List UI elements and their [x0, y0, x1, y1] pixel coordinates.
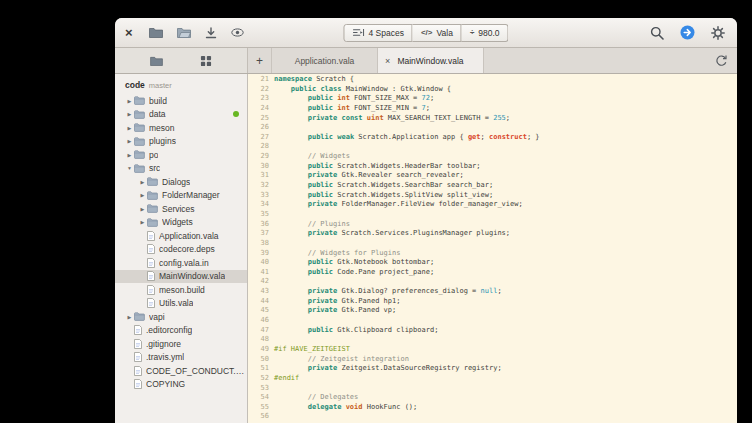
- code-line[interactable]: 36 // Plugins: [248, 220, 737, 230]
- code-line[interactable]: 55 delegate void HookFunc ();: [248, 403, 737, 413]
- code-line[interactable]: 53: [248, 384, 737, 394]
- expand-arrow-icon[interactable]: ▶: [125, 314, 134, 320]
- code-line[interactable]: 52#endif: [248, 374, 737, 384]
- code-editor[interactable]: 21namespace Scratch {22 public class Mai…: [248, 74, 737, 423]
- history-button[interactable]: [706, 48, 737, 73]
- tree-item-src[interactable]: ▼src: [115, 162, 247, 176]
- code-line[interactable]: 46: [248, 316, 737, 326]
- tree-item-Application.vala[interactable]: Application.vala: [115, 229, 247, 243]
- jump-to-button[interactable]: [678, 23, 697, 42]
- code-line[interactable]: 31 private Gtk.Revealer search_revealer;: [248, 171, 737, 181]
- new-tab-button[interactable]: +: [248, 48, 272, 73]
- expand-arrow-icon[interactable]: ▶: [138, 192, 147, 198]
- tab-width-label: 4 Spaces: [368, 28, 403, 38]
- tree-item-data[interactable]: ▶data: [115, 108, 247, 122]
- code-line[interactable]: 35: [248, 210, 737, 220]
- code-text: private Gtk.Paned vp;: [274, 306, 396, 316]
- code-line[interactable]: 37 private Scratch.Services.PluginsManag…: [248, 229, 737, 239]
- code-line[interactable]: 27 public weak Scratch.Application app {…: [248, 133, 737, 143]
- tree-item-CODE_OF_CONDUCT.md[interactable]: CODE_OF_CONDUCT.md: [115, 364, 247, 378]
- code-line[interactable]: 28: [248, 142, 737, 152]
- code-line[interactable]: 54 // Delegates: [248, 393, 737, 403]
- expand-arrow-icon[interactable]: ▶: [138, 179, 147, 185]
- goto-line-button[interactable]: ÷980.0: [462, 24, 509, 42]
- code-line[interactable]: 47 public Gtk.Clipboard clipboard;: [248, 326, 737, 336]
- code-line[interactable]: 33 public Scratch.Widgets.SplitView spli…: [248, 191, 737, 201]
- code-line[interactable]: 21namespace Scratch {: [248, 75, 737, 85]
- code-line[interactable]: 48: [248, 335, 737, 345]
- code-line[interactable]: 50 // Zeitgeist integration: [248, 355, 737, 365]
- tab-width-button[interactable]: 4 Spaces: [343, 24, 412, 42]
- expand-arrow-icon[interactable]: ▶: [138, 219, 147, 225]
- tree-item-.travis.yml[interactable]: .travis.yml: [115, 351, 247, 365]
- line-number: 35: [248, 210, 274, 220]
- search-button[interactable]: [648, 24, 666, 42]
- code-line[interactable]: 49#if HAVE_ZEITGEIST: [248, 345, 737, 355]
- tree-item-meson[interactable]: ▶meson: [115, 121, 247, 135]
- project-header[interactable]: code master: [115, 78, 247, 94]
- code-line[interactable]: 43 private Gtk.Dialog? preferences_dialo…: [248, 287, 737, 297]
- code-line[interactable]: 42: [248, 277, 737, 287]
- expand-arrow-icon[interactable]: ▶: [125, 98, 134, 104]
- code-line[interactable]: 24 public int FONT_SIZE_MIN = 7;: [248, 104, 737, 114]
- tree-item-.editorconfig[interactable]: .editorconfig: [115, 324, 247, 338]
- project-name: code: [125, 80, 145, 90]
- grid-view-button[interactable]: [198, 53, 214, 69]
- tree-item-label: CODE_OF_CONDUCT.md: [146, 366, 247, 376]
- tab-Application.vala[interactable]: Application.vala: [272, 48, 378, 73]
- code-line[interactable]: 44 private Gtk.Paned hp1;: [248, 297, 737, 307]
- tree-item-Services[interactable]: ▶Services: [115, 202, 247, 216]
- tree-item-meson.build[interactable]: meson.build: [115, 283, 247, 297]
- expand-arrow-icon[interactable]: ▶: [125, 111, 134, 117]
- project-folder-button[interactable]: [148, 54, 165, 68]
- code-line[interactable]: 26: [248, 123, 737, 133]
- tree-item-.gitignore[interactable]: .gitignore: [115, 337, 247, 351]
- tree-item-FolderManager[interactable]: ▶FolderManager: [115, 189, 247, 203]
- code-line[interactable]: 30 public Scratch.Widgets.HeaderBar tool…: [248, 162, 737, 172]
- templates-folder-button[interactable]: [175, 25, 193, 40]
- open-folder-button[interactable]: [147, 25, 165, 40]
- line-number: 41: [248, 268, 274, 278]
- code-line[interactable]: 51 private Zeitgeist.DataSourceRegistry …: [248, 364, 737, 374]
- code-line[interactable]: 38: [248, 239, 737, 249]
- code-line[interactable]: 40 public Gtk.Notebook bottombar;: [248, 258, 737, 268]
- code-line[interactable]: 34 private FolderManager.FileView folder…: [248, 200, 737, 210]
- eye-button[interactable]: [229, 26, 246, 39]
- tab-MainWindow.vala[interactable]: ×MainWindow.vala: [378, 48, 484, 73]
- tree-item-codecore.deps[interactable]: codecore.deps: [115, 243, 247, 257]
- code-line[interactable]: 32 public Scratch.Widgets.SearchBar sear…: [248, 181, 737, 191]
- code-line[interactable]: 29 // Widgets: [248, 152, 737, 162]
- code-line[interactable]: 22 public class MainWindow : Gtk.Window …: [248, 85, 737, 95]
- toolbar-row: + Application.vala×MainWindow.vala: [115, 48, 737, 74]
- tree-item-config.vala.in[interactable]: config.vala.in: [115, 256, 247, 270]
- tree-item-Utils.vala[interactable]: Utils.vala: [115, 297, 247, 311]
- tree-item-vapi[interactable]: ▶vapi: [115, 310, 247, 324]
- expand-arrow-icon[interactable]: ▶: [125, 152, 134, 158]
- window-close-button[interactable]: ×: [125, 26, 133, 39]
- tree-item-plugins[interactable]: ▶plugins: [115, 135, 247, 149]
- tree-item-po[interactable]: ▶po: [115, 148, 247, 162]
- tree-item-MainWindow.vala[interactable]: MainWindow.vala: [115, 270, 247, 284]
- code-line[interactable]: 25 private const uint MAX_SEARCH_TEXT_LE…: [248, 114, 737, 124]
- line-number: 29: [248, 152, 274, 162]
- code-line[interactable]: 39 // Widgets for Plugins: [248, 249, 737, 259]
- settings-button[interactable]: [709, 24, 727, 42]
- tree-item-build[interactable]: ▶build: [115, 94, 247, 108]
- indent-icon: [352, 28, 364, 37]
- code-text: private Gtk.Dialog? preferences_dialog =…: [274, 287, 502, 297]
- file-icon: [134, 339, 142, 349]
- code-line[interactable]: 41 public Code.Pane project_pane;: [248, 268, 737, 278]
- tab-close-button[interactable]: ×: [385, 56, 390, 66]
- code-line[interactable]: 23 public int FONT_SIZE_MAX = 72;: [248, 94, 737, 104]
- tree-item-Dialogs[interactable]: ▶Dialogs: [115, 175, 247, 189]
- tree-item-Widgets[interactable]: ▶Widgets: [115, 216, 247, 230]
- code-line[interactable]: 56: [248, 412, 737, 422]
- expand-arrow-icon[interactable]: ▶: [125, 138, 134, 144]
- tree-item-COPYING[interactable]: COPYING: [115, 378, 247, 392]
- expand-arrow-icon[interactable]: ▶: [138, 206, 147, 212]
- save-as-button[interactable]: [203, 25, 219, 41]
- language-button[interactable]: </>Vala: [413, 24, 462, 42]
- code-line[interactable]: 45 private Gtk.Paned vp;: [248, 306, 737, 316]
- expand-arrow-icon[interactable]: ▶: [125, 125, 134, 131]
- collapse-arrow-icon[interactable]: ▼: [125, 165, 134, 171]
